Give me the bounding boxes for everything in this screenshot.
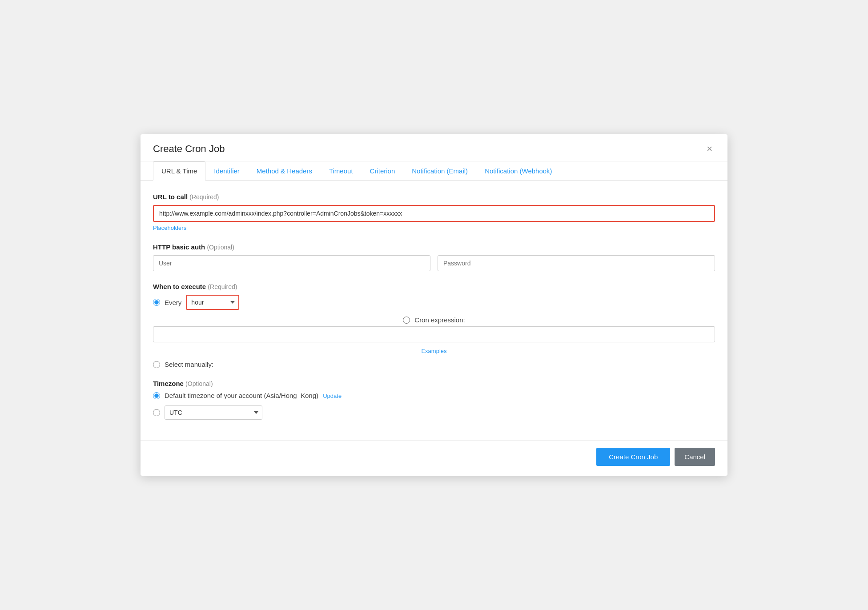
timezone-section: Timezone (Optional) Default timezone of … bbox=[153, 380, 715, 420]
utc-radio[interactable] bbox=[153, 409, 160, 416]
examples-link[interactable]: Examples bbox=[421, 348, 446, 354]
select-manually-label[interactable]: Select manually: bbox=[165, 361, 213, 368]
url-label: URL to call (Required) bbox=[153, 193, 715, 201]
placeholders-link[interactable]: Placeholders bbox=[153, 225, 186, 231]
http-auth-section: HTTP basic auth (Optional) bbox=[153, 243, 715, 271]
manual-radio[interactable] bbox=[153, 361, 160, 368]
tab-bar: URL & Time Identifier Method & Headers T… bbox=[141, 161, 727, 181]
every-row: Every minute hour day week month bbox=[153, 295, 715, 310]
cron-input[interactable] bbox=[153, 326, 715, 342]
tab-method-headers[interactable]: Method & Headers bbox=[248, 161, 321, 180]
when-section: When to execute (Required) Every minute … bbox=[153, 283, 715, 368]
tab-criterion[interactable]: Criterion bbox=[362, 161, 404, 180]
select-manually-row: Select manually: bbox=[153, 361, 715, 368]
create-cron-job-modal: Create Cron Job × URL & Time Identifier … bbox=[141, 134, 727, 476]
default-timezone-radio[interactable] bbox=[153, 392, 160, 399]
update-timezone-link[interactable]: Update bbox=[323, 393, 342, 399]
default-timezone-row: Default timezone of your account (Asia/H… bbox=[153, 392, 715, 399]
modal-header: Create Cron Job × bbox=[141, 134, 727, 161]
modal-footer: Create Cron Job Cancel bbox=[141, 440, 727, 476]
tab-notification-email[interactable]: Notification (Email) bbox=[403, 161, 476, 180]
cron-radio[interactable] bbox=[403, 317, 410, 324]
modal-body: URL to call (Required) Placeholders HTTP… bbox=[141, 181, 727, 440]
url-input[interactable] bbox=[153, 205, 715, 222]
frequency-select[interactable]: minute hour day week month bbox=[186, 295, 239, 310]
modal-title: Create Cron Job bbox=[153, 143, 225, 155]
tab-url-time[interactable]: URL & Time bbox=[153, 161, 205, 181]
utc-row: UTC Asia/Hong_Kong America/New_York Euro… bbox=[153, 405, 715, 420]
create-cron-job-button[interactable]: Create Cron Job bbox=[596, 448, 670, 466]
tab-identifier[interactable]: Identifier bbox=[205, 161, 248, 180]
every-label[interactable]: Every bbox=[165, 299, 181, 306]
tab-timeout[interactable]: Timeout bbox=[321, 161, 362, 180]
auth-fields bbox=[153, 255, 715, 271]
tab-notification-webhook[interactable]: Notification (Webhook) bbox=[476, 161, 560, 180]
timezone-radio-group: Default timezone of your account (Asia/H… bbox=[153, 392, 715, 420]
cron-expression-label[interactable]: Cron expression: bbox=[414, 316, 465, 324]
timezone-select[interactable]: UTC Asia/Hong_Kong America/New_York Euro… bbox=[165, 405, 262, 420]
when-label: When to execute (Required) bbox=[153, 283, 715, 290]
password-input[interactable] bbox=[438, 255, 715, 271]
when-radio-group: Every minute hour day week month Cron ex… bbox=[153, 295, 715, 368]
timezone-label: Timezone (Optional) bbox=[153, 380, 715, 387]
http-auth-label: HTTP basic auth (Optional) bbox=[153, 243, 715, 251]
cancel-button[interactable]: Cancel bbox=[675, 448, 715, 466]
cron-expression-row: Cron expression: Examples bbox=[153, 316, 715, 354]
every-radio[interactable] bbox=[153, 299, 160, 306]
url-section: URL to call (Required) Placeholders bbox=[153, 193, 715, 232]
close-button[interactable]: × bbox=[704, 143, 715, 155]
default-timezone-label: Default timezone of your account (Asia/H… bbox=[165, 392, 342, 399]
user-input[interactable] bbox=[153, 255, 430, 271]
